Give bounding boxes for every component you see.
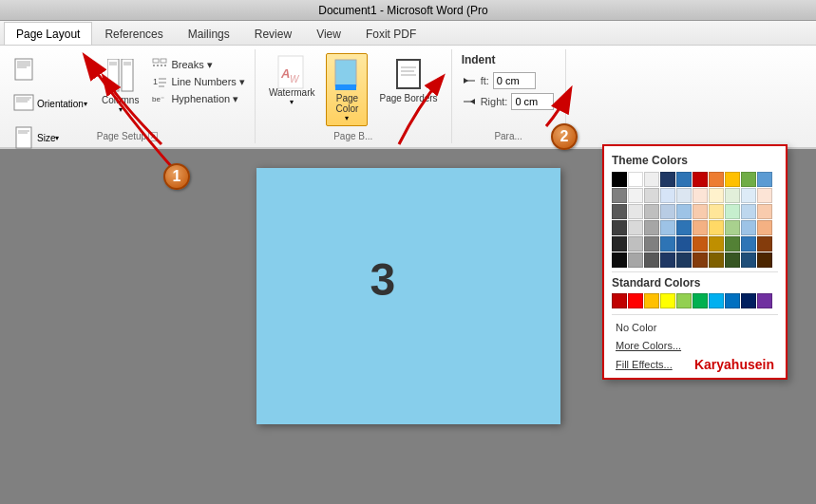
theme-color-cell[interactable] (757, 172, 772, 187)
indent-right-input[interactable] (511, 93, 554, 110)
theme-color-cell[interactable] (725, 236, 740, 252)
theme-color-cell[interactable] (644, 236, 659, 252)
page-setup-expand[interactable]: ↗ (148, 132, 158, 141)
svg-text:W: W (290, 74, 300, 84)
theme-color-cell[interactable] (757, 188, 772, 203)
svg-text:be⁻: be⁻ (152, 95, 164, 103)
theme-color-cell[interactable] (628, 252, 643, 268)
theme-color-cell[interactable] (741, 204, 756, 219)
theme-color-cell[interactable] (660, 220, 675, 235)
theme-color-cell[interactable] (676, 220, 692, 235)
standard-colors-title: Standard Colors (612, 276, 778, 289)
theme-color-cell[interactable] (612, 220, 627, 235)
theme-color-cell[interactable] (709, 220, 724, 235)
theme-color-cell[interactable] (676, 204, 692, 219)
theme-color-cell[interactable] (612, 204, 627, 219)
theme-color-cell[interactable] (709, 204, 724, 219)
theme-color-cell[interactable] (628, 172, 643, 187)
theme-color-cell[interactable] (660, 236, 675, 252)
theme-color-cell[interactable] (628, 204, 643, 219)
theme-color-cell[interactable] (628, 236, 643, 252)
no-color-item[interactable]: No Color (612, 319, 778, 337)
standard-color-cell[interactable] (693, 293, 708, 308)
theme-color-cell[interactable] (693, 252, 708, 268)
theme-color-cell[interactable] (757, 252, 772, 268)
page-borders-button[interactable]: Page Borders (373, 53, 443, 107)
theme-color-cell[interactable] (644, 204, 659, 219)
standard-color-cell[interactable] (660, 293, 675, 308)
theme-color-cell[interactable] (757, 204, 772, 219)
theme-color-cell[interactable] (612, 188, 627, 203)
orientation-button[interactable]: Orientation ▾ (6, 87, 92, 120)
theme-color-cell[interactable] (693, 236, 708, 252)
theme-color-cell[interactable] (660, 172, 675, 187)
theme-color-cell[interactable] (644, 220, 659, 235)
theme-color-cell[interactable] (628, 188, 643, 203)
theme-color-cell[interactable] (741, 236, 756, 252)
theme-color-cell[interactable] (612, 236, 627, 252)
theme-color-cell[interactable] (676, 172, 692, 187)
theme-color-cell[interactable] (693, 188, 708, 203)
tab-mailings[interactable]: Mailings (176, 22, 242, 45)
theme-color-cell[interactable] (676, 188, 692, 203)
standard-color-cell[interactable] (709, 293, 724, 308)
ribbon-tabs: Page Layout References Mailings Review V… (0, 21, 816, 46)
theme-color-cell[interactable] (725, 188, 740, 203)
standard-color-cell[interactable] (741, 293, 756, 308)
svg-rect-19 (161, 59, 166, 63)
margins-button[interactable] (6, 53, 92, 85)
divider1 (612, 271, 778, 272)
line-numbers-button[interactable]: 1 Line Numbers ▾ (148, 74, 249, 89)
theme-color-cell[interactable] (676, 236, 692, 252)
tab-foxit-pdf[interactable]: Foxit PDF (353, 22, 428, 45)
theme-color-cell[interactable] (644, 172, 659, 187)
theme-color-cell[interactable] (709, 236, 724, 252)
standard-color-cell[interactable] (628, 293, 643, 308)
theme-color-cell[interactable] (644, 252, 659, 268)
document-page: 3 (256, 168, 560, 424)
tab-page-layout[interactable]: Page Layout (4, 22, 92, 45)
standard-color-cell[interactable] (725, 293, 740, 308)
theme-color-cell[interactable] (693, 220, 708, 235)
theme-color-cell[interactable] (741, 172, 756, 187)
more-colors-item[interactable]: More Colors... (612, 337, 778, 355)
tab-review[interactable]: Review (242, 22, 304, 45)
standard-color-cell[interactable] (757, 293, 772, 308)
theme-color-cell[interactable] (693, 172, 708, 187)
hyphenation-button[interactable]: be⁻ Hyphenation ▾ (148, 91, 249, 106)
theme-color-cell[interactable] (709, 252, 724, 268)
standard-color-cell[interactable] (676, 293, 692, 308)
theme-color-cell[interactable] (612, 172, 627, 187)
theme-color-cell[interactable] (725, 220, 740, 235)
theme-color-cell[interactable] (757, 236, 772, 252)
tab-view[interactable]: View (304, 22, 353, 45)
columns-button[interactable]: Columns ▾ (96, 53, 144, 118)
theme-color-cell[interactable] (660, 204, 675, 219)
theme-color-cell[interactable] (725, 172, 740, 187)
theme-color-cell[interactable] (693, 204, 708, 219)
indent-right-label: Right: (481, 96, 508, 107)
theme-color-cell[interactable] (725, 204, 740, 219)
theme-color-cell[interactable] (660, 252, 675, 268)
breaks-button[interactable]: Breaks ▾ (148, 57, 249, 72)
theme-color-cell[interactable] (612, 252, 627, 268)
standard-colors-grid (612, 293, 778, 308)
standard-color-cell[interactable] (612, 293, 627, 308)
theme-color-cell[interactable] (725, 252, 740, 268)
theme-color-cell[interactable] (660, 188, 675, 203)
theme-color-cell[interactable] (741, 220, 756, 235)
watermark-button[interactable]: A W Watermark ▾ (263, 53, 321, 110)
standard-color-cell[interactable] (644, 293, 659, 308)
theme-color-cell[interactable] (676, 252, 692, 268)
theme-color-cell[interactable] (709, 188, 724, 203)
theme-color-cell[interactable] (741, 252, 756, 268)
page-color-button[interactable]: Page Color ▾ (326, 53, 368, 126)
tab-references[interactable]: References (92, 22, 175, 45)
fill-effects-label[interactable]: Fill Effects... (616, 359, 673, 370)
theme-color-cell[interactable] (644, 188, 659, 203)
theme-color-cell[interactable] (709, 172, 724, 187)
theme-color-cell[interactable] (628, 220, 643, 235)
indent-left-input[interactable] (493, 72, 536, 89)
theme-color-cell[interactable] (741, 188, 756, 203)
theme-color-cell[interactable] (757, 220, 772, 235)
